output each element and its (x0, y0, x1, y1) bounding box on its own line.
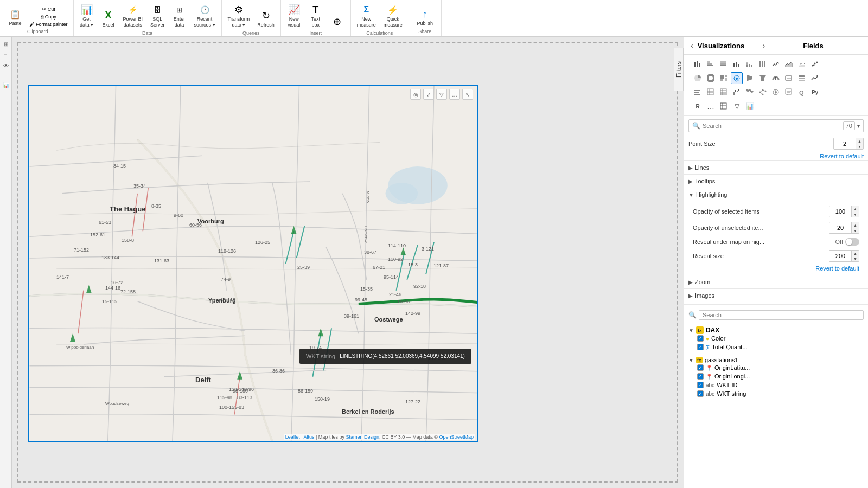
color-checkbox[interactable]: ✓ (697, 335, 704, 342)
cut-button[interactable]: ✂ Cut (27, 6, 70, 12)
viz-stacked-area[interactable] (796, 58, 808, 70)
reveal-size-up[interactable]: ▲ (851, 251, 859, 256)
field-origin-lon[interactable]: ✓ 📍 OriginLongi... (688, 372, 864, 381)
opacity-unselected-up[interactable]: ▲ (851, 222, 859, 228)
viz-funnel[interactable] (757, 72, 769, 84)
reveal-size-down[interactable]: ▼ (851, 256, 859, 261)
new-measure-button[interactable]: Σ Newmeasure (354, 2, 379, 29)
tooltips-header[interactable]: ▶ Tooltips (684, 175, 868, 188)
get-data-button[interactable]: 📊 Getdata ▾ (77, 2, 97, 29)
point-size-down[interactable]: ▼ (856, 144, 863, 149)
viz-map[interactable] (731, 72, 743, 84)
opacity-selected-input[interactable]: ▲ ▼ (829, 206, 859, 217)
map-filter-button[interactable]: ▽ (436, 89, 447, 100)
images-header[interactable]: ▶ Images (684, 289, 868, 302)
viz-100pct-bar[interactable] (718, 58, 730, 70)
sidebar-data-icon[interactable]: ≡ (1, 50, 11, 60)
viz-line[interactable] (770, 58, 782, 70)
opacity-unselected-input[interactable]: ▲ ▼ (829, 222, 859, 234)
viz-donut[interactable] (705, 72, 717, 84)
field-wkt-string[interactable]: ✓ abc WKT string (688, 389, 864, 398)
viz-treemap[interactable] (718, 72, 730, 84)
total-quant-checkbox[interactable]: ✓ (697, 344, 704, 350)
viz-100pct-col[interactable] (757, 58, 769, 70)
stamen-link[interactable]: Stamen Design (346, 434, 379, 440)
highlighting-header[interactable]: ▼ Highlighting (684, 188, 868, 201)
sidebar-analytics-icon[interactable]: 📊 (1, 80, 11, 90)
field-origin-lat[interactable]: ✓ 📍 OriginLatitu... (688, 363, 864, 372)
paste-button[interactable]: 📋 Paste (5, 7, 25, 28)
map-fullscreen-button[interactable]: ⤡ (462, 89, 473, 100)
viz-smart-narrative[interactable] (783, 86, 795, 98)
text-box-button[interactable]: T Textbox (306, 2, 326, 29)
powerbi-button[interactable]: ⚡ Power BIdatasets (120, 2, 146, 29)
viz-kpi[interactable] (809, 72, 821, 84)
viz-matrix[interactable] (718, 86, 730, 98)
viz-more[interactable]: … (705, 100, 717, 112)
viz-slicer[interactable] (692, 86, 704, 98)
viz-filled-map[interactable] (744, 72, 756, 84)
revert-default2-button[interactable]: Revert to default (688, 264, 864, 273)
point-size-up[interactable]: ▲ (856, 138, 863, 144)
quick-measure-button[interactable]: ⚡ Quickmeasure (381, 2, 405, 29)
opacity-selected-up[interactable]: ▲ (851, 206, 859, 211)
viz-card[interactable] (783, 72, 795, 84)
viz-area[interactable] (783, 58, 795, 70)
revert-default-button[interactable]: Revert to default (684, 152, 868, 160)
sidebar-model-icon[interactable]: 👁 (1, 61, 11, 70)
viz-table[interactable] (705, 86, 717, 98)
publish-button[interactable]: ↑ Publish (414, 7, 436, 28)
more-visuals-button[interactable]: ⊕ (328, 14, 347, 29)
viz-decomp-tree[interactable] (757, 86, 769, 98)
gasstations-header[interactable]: ▼ 🗺 gasstations1 (688, 357, 864, 363)
viz-python[interactable]: Py (809, 86, 821, 98)
new-visual-button[interactable]: 📈 Newvisual (284, 2, 304, 29)
viz-search-input[interactable] (703, 123, 841, 129)
wkt-id-checkbox[interactable]: ✓ (697, 382, 704, 388)
zoom-header[interactable]: ▶ Zoom (684, 275, 868, 288)
field-wkt-id[interactable]: ✓ abc WKT ID (688, 381, 864, 389)
viz-qa[interactable]: Q (796, 86, 808, 98)
toggle-track[interactable] (845, 238, 859, 246)
reveal-size-value[interactable] (829, 252, 851, 260)
fields-search-input[interactable] (699, 310, 864, 320)
opacity-unselected-value[interactable] (829, 223, 851, 232)
dax-header[interactable]: ▼ fx DAX (688, 326, 864, 334)
format-table-icon[interactable] (718, 100, 730, 112)
altus-link[interactable]: Altus (304, 434, 315, 440)
viz-multirow-card[interactable] (796, 72, 808, 84)
viz-bar[interactable] (692, 58, 704, 70)
viz-pie[interactable] (692, 72, 704, 84)
viz-gauge[interactable] (770, 72, 782, 84)
point-size-value[interactable] (834, 139, 856, 148)
sql-button[interactable]: 🗄 SQLServer (148, 2, 168, 29)
map-visual[interactable]: ◎ ⤢ ▽ … ⤡ (28, 85, 478, 442)
recent-sources-button[interactable]: 🕐 Recentsources ▾ (192, 2, 218, 29)
lines-header[interactable]: ▶ Lines (684, 161, 868, 174)
viz-waterfall[interactable] (731, 86, 743, 98)
enter-data-button[interactable]: ⊞ Enterdata (170, 2, 189, 29)
osm-link[interactable]: OpenStreetMap (439, 434, 474, 440)
map-more-button[interactable]: … (449, 89, 460, 100)
field-color[interactable]: ✓ ● Color (688, 334, 864, 343)
map-expand-button[interactable]: ⤢ (423, 89, 434, 100)
refresh-button[interactable]: ↻ Refresh (254, 8, 277, 29)
viz-scatter[interactable] (809, 58, 821, 70)
reveal-size-input[interactable]: ▲ ▼ (829, 250, 859, 262)
wkt-string-checkbox[interactable]: ✓ (697, 390, 704, 397)
viz-column[interactable] (731, 58, 743, 70)
sidebar-report-icon[interactable]: ⊞ (1, 39, 11, 49)
opacity-unselected-down[interactable]: ▼ (851, 228, 859, 233)
reveal-map-toggle[interactable]: Off (835, 238, 859, 246)
map-focus-button[interactable]: ◎ (410, 89, 421, 100)
origin-lon-checkbox[interactable]: ✓ (697, 373, 704, 380)
format-filter-icon[interactable]: ▽ (731, 100, 743, 112)
origin-lat-checkbox[interactable]: ✓ (697, 364, 704, 371)
point-size-input[interactable]: ▲ ▼ (833, 138, 864, 150)
format-painter-button[interactable]: 🖌 Format painter (27, 21, 70, 28)
viz-r[interactable]: R (692, 100, 704, 112)
excel-button[interactable]: X Excel (99, 8, 118, 29)
opacity-selected-down[interactable]: ▼ (851, 211, 859, 217)
format-analytics-icon[interactable]: 📊 (744, 100, 756, 112)
field-total-quant[interactable]: ✓ ∑ Total Quant... (688, 343, 864, 351)
